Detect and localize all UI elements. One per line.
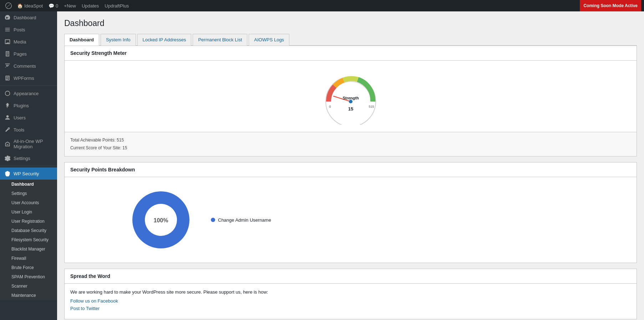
sidebar-item-pages[interactable]: Pages	[0, 48, 57, 60]
tools-icon	[4, 127, 11, 133]
settings-icon	[4, 155, 11, 161]
security-icon	[4, 170, 11, 177]
tab-system-info[interactable]: System Info	[101, 34, 136, 46]
sidebar-item-dashboard[interactable]: Dashboard	[0, 11, 57, 24]
legend-item-0: Change Admin Username	[211, 217, 629, 223]
legend-dot-0	[211, 218, 215, 222]
wp-wrap: Dashboard Posts Media Pages	[0, 11, 644, 320]
tab-aiowps-logs[interactable]: AIOWPS Logs	[249, 34, 289, 46]
svg-text:0: 0	[329, 105, 331, 108]
wpbody-content: Dashboard Dashboard System Info Locked I…	[57, 11, 644, 320]
facebook-link[interactable]: Follow us on Facebook	[70, 298, 631, 304]
sidebar-label-comments: Comments	[14, 63, 36, 69]
posts-icon	[4, 26, 11, 33]
sidebar-label-settings: Settings	[14, 156, 30, 161]
admin-bar: 🏠 IdeaSpot 💬 0 + New Updates UpdraftPlus…	[0, 0, 644, 11]
breakdown-section: Security Points Breakdown 100%	[64, 162, 637, 263]
strength-meter-header: Security Strength Meter	[65, 46, 637, 61]
wpforms-icon	[4, 75, 11, 81]
sidebar-label-aio-migration: All-in-One WP Migration	[14, 139, 53, 149]
breakdown-body: 100% Change Admin Username	[65, 177, 637, 263]
sidebar: Dashboard Posts Media Pages	[0, 11, 57, 320]
plugins-icon	[4, 102, 11, 109]
coming-soon-badge: Coming Soon Mode Active	[580, 0, 641, 11]
svg-text:15: 15	[348, 106, 353, 112]
submenu-item-brute-force[interactable]: Brute Force	[0, 263, 57, 272]
updraftplus-button[interactable]: UpdraftPlus	[102, 0, 132, 11]
users-icon	[4, 114, 11, 121]
svg-text:Strength: Strength	[343, 96, 359, 100]
comments-icon	[4, 63, 11, 69]
submenu-item-user-registration[interactable]: User Registration	[0, 217, 57, 226]
sidebar-item-settings[interactable]: Settings	[0, 152, 57, 164]
tab-bar: Dashboard System Info Locked IP Addresse…	[64, 34, 637, 46]
spread-the-word-section: Spread the Word We are working hard to m…	[64, 269, 637, 319]
appearance-icon	[4, 90, 11, 97]
wp-security-submenu: Dashboard Settings User Accounts User Lo…	[0, 180, 57, 300]
sidebar-label-pages: Pages	[14, 51, 27, 57]
pages-icon	[4, 51, 11, 57]
sidebar-item-wpforms[interactable]: WPForms	[0, 72, 57, 84]
sidebar-item-comments[interactable]: Comments	[0, 60, 57, 72]
migration-icon	[4, 141, 11, 147]
comments-button[interactable]: 💬 0	[46, 0, 61, 11]
spread-header: Spread the Word	[65, 269, 637, 284]
sidebar-label-media: Media	[14, 39, 26, 45]
twitter-link[interactable]: Post to Twitter	[70, 306, 631, 311]
submenu-item-dashboard[interactable]: Dashboard	[0, 180, 57, 189]
submenu-item-user-accounts[interactable]: User Accounts	[0, 198, 57, 207]
donut-chart: 100%	[125, 184, 197, 256]
wp-logo[interactable]	[3, 0, 14, 11]
strength-meter-section: Security Strength Meter	[64, 46, 637, 156]
menu-sep-2	[0, 166, 57, 166]
svg-point-3	[349, 100, 353, 103]
breakdown-header: Security Points Breakdown	[65, 162, 637, 177]
sidebar-label-wp-security: WP Security	[14, 171, 39, 176]
submenu-item-maintenance[interactable]: Maintenance	[0, 291, 57, 300]
spread-body: We are working hard to make your WordPre…	[65, 284, 637, 319]
gauge-chart: 0 515 Strength 15	[322, 68, 379, 125]
media-icon	[4, 38, 11, 45]
gauge-info: Total Achievable Points: 515 Current Sco…	[65, 132, 637, 156]
sidebar-item-media[interactable]: Media	[0, 36, 57, 48]
tab-locked-ip[interactable]: Locked IP Addresses	[137, 34, 192, 46]
sidebar-label-tools: Tools	[14, 127, 24, 133]
sidebar-label-users: Users	[14, 115, 26, 120]
sidebar-label-posts: Posts	[14, 27, 25, 32]
sidebar-item-appearance[interactable]: Appearance	[0, 87, 57, 99]
tab-dashboard[interactable]: Dashboard	[64, 34, 99, 46]
submenu-item-settings[interactable]: Settings	[0, 189, 57, 198]
main-content: Dashboard Dashboard System Info Locked I…	[57, 11, 644, 320]
sidebar-label-dashboard: Dashboard	[14, 15, 36, 20]
sidebar-label-plugins: Plugins	[14, 103, 29, 108]
submenu-item-scanner[interactable]: Scanner	[0, 282, 57, 291]
sidebar-item-wp-security[interactable]: WP Security	[0, 167, 57, 180]
sidebar-item-tools[interactable]: Tools	[0, 124, 57, 136]
menu-sep-1	[0, 86, 57, 86]
adminbar-right: Coming Soon Mode Active	[580, 0, 641, 11]
new-content-button[interactable]: + New	[61, 0, 79, 11]
site-name[interactable]: 🏠 IdeaSpot	[14, 0, 46, 11]
sidebar-item-aio-migration[interactable]: All-in-One WP Migration	[0, 136, 57, 152]
updates-button[interactable]: Updates	[79, 0, 102, 11]
submenu-item-firewall[interactable]: Firewall	[0, 254, 57, 263]
sidebar-item-users[interactable]: Users	[0, 112, 57, 124]
submenu-item-filesystem-security[interactable]: Filesystem Security	[0, 235, 57, 244]
page-title: Dashboard	[64, 19, 637, 28]
submenu-item-blacklist-manager[interactable]: Blacklist Manager	[0, 244, 57, 254]
dashboard-icon	[4, 14, 11, 21]
admin-menu: Dashboard Posts Media Pages	[0, 11, 57, 300]
sidebar-item-plugins[interactable]: Plugins	[0, 99, 57, 112]
breakdown-legend: Change Admin Username	[211, 217, 629, 223]
strength-meter-body: 0 515 Strength 15	[65, 61, 637, 132]
svg-text:515: 515	[369, 105, 374, 108]
svg-text:100%: 100%	[154, 217, 168, 223]
sidebar-label-wpforms: WPForms	[14, 76, 34, 81]
tab-permanent-block[interactable]: Permanent Block List	[193, 34, 247, 46]
submenu-item-user-login[interactable]: User Login	[0, 207, 57, 217]
submenu-item-database-security[interactable]: Database Security	[0, 226, 57, 235]
sidebar-item-posts[interactable]: Posts	[0, 24, 57, 36]
sidebar-label-appearance: Appearance	[14, 91, 39, 96]
submenu-item-spam-prevention[interactable]: SPAM Prevention	[0, 272, 57, 282]
